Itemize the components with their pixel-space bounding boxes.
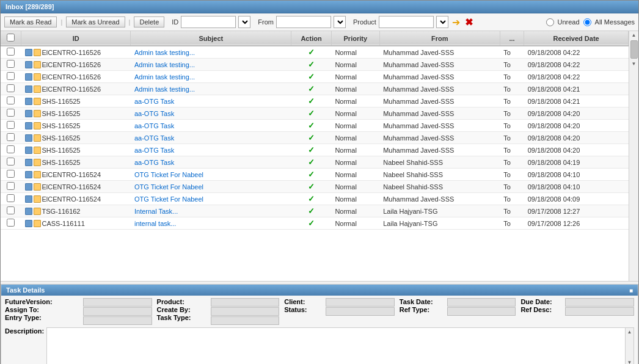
description-scrollbar[interactable]: ▲ ▼ xyxy=(625,328,634,364)
row-id-link[interactable]: TSG-116162 xyxy=(42,208,81,215)
row-checkbox[interactable] xyxy=(7,158,15,166)
row-subject-link[interactable]: aa-OTG Task xyxy=(134,147,174,154)
row-checkbox[interactable] xyxy=(7,96,15,104)
mark-unread-button[interactable]: Mark as Unread xyxy=(66,16,125,27)
scroll-thumb[interactable] xyxy=(630,40,638,59)
row-subject-link[interactable]: aa-OTG Task xyxy=(134,98,174,105)
id-input[interactable] xyxy=(181,16,236,28)
row-id-link[interactable]: CASS-116111 xyxy=(42,220,85,227)
mark-read-button[interactable]: Mark as Read xyxy=(4,16,57,27)
id-dropdown[interactable] xyxy=(238,16,250,28)
row-id-link[interactable]: SHS-116525 xyxy=(42,147,81,154)
row-id-link[interactable]: SHS-116525 xyxy=(42,122,81,129)
note-icon xyxy=(34,195,41,203)
row-direction: To xyxy=(500,156,524,169)
unread-radio[interactable] xyxy=(546,18,554,26)
row-id-link[interactable]: SHS-116525 xyxy=(42,98,81,105)
row-id-link[interactable]: ElCENTRO-116526 xyxy=(42,61,101,68)
row-subject-link[interactable]: Admin task testing... xyxy=(134,49,195,56)
row-subject-link[interactable]: aa-OTG Task xyxy=(134,122,174,129)
task-icon xyxy=(25,147,32,154)
delete-button[interactable]: Delete xyxy=(134,16,164,27)
row-priority: Normal xyxy=(331,59,379,71)
row-checkbox[interactable] xyxy=(7,145,15,153)
row-id-link[interactable]: ElCENTRO-116524 xyxy=(42,183,101,191)
row-date: 09/18/2008 04:19 xyxy=(524,156,629,169)
row-subject-link[interactable]: aa-OTG Task xyxy=(134,110,174,117)
note-icon xyxy=(34,183,41,191)
table-row: SHS-116525 aa-OTG Task✓NormalMuhammad Ja… xyxy=(1,107,629,120)
row-priority: Normal xyxy=(331,132,379,144)
row-subject-link[interactable]: OTG Ticket For Nabeel xyxy=(134,183,203,191)
row-subject-link[interactable]: Admin task testing... xyxy=(134,86,195,93)
row-checkbox[interactable] xyxy=(7,121,15,129)
row-subject-link[interactable]: internal task... xyxy=(134,220,176,227)
row-id-link[interactable]: ElCENTRO-116524 xyxy=(42,171,101,178)
from-dropdown[interactable] xyxy=(334,16,346,28)
row-id-link[interactable]: SHS-116525 xyxy=(42,134,81,142)
row-checkbox[interactable] xyxy=(7,60,15,68)
product-label: Product xyxy=(353,18,376,26)
row-icon-group: ElCENTRO-116526 xyxy=(25,49,127,56)
product-value xyxy=(211,298,280,307)
row-checkbox[interactable] xyxy=(7,219,15,227)
close-icon[interactable]: ■ xyxy=(629,287,633,294)
row-id-link[interactable]: ElCENTRO-116526 xyxy=(42,73,101,81)
row-subject-link[interactable]: OTG Ticket For Nabeel xyxy=(134,171,203,178)
row-subject-link[interactable]: aa-OTG Task xyxy=(134,159,174,166)
row-checkbox[interactable] xyxy=(7,133,15,141)
row-checkbox[interactable] xyxy=(7,48,15,56)
row-checkbox[interactable] xyxy=(7,182,15,190)
row-subject-link[interactable]: Internal Task... xyxy=(134,208,178,215)
select-all-checkbox[interactable] xyxy=(7,34,15,42)
row-id-link[interactable]: ElCENTRO-116526 xyxy=(42,49,101,56)
client-label: Client: xyxy=(284,298,321,305)
row-checkbox[interactable] xyxy=(7,170,15,178)
row-priority: Normal xyxy=(331,120,379,132)
note-icon xyxy=(34,159,41,166)
row-subject-link[interactable]: Admin task testing... xyxy=(134,61,195,68)
note-icon xyxy=(34,49,41,56)
all-messages-radio[interactable] xyxy=(583,18,591,26)
row-checkbox[interactable] xyxy=(7,206,15,214)
row-checkbox[interactable] xyxy=(7,194,15,202)
ref-type-label: Ref Type: xyxy=(400,306,442,313)
note-icon xyxy=(34,147,41,154)
row-subject-link[interactable]: aa-OTG Task xyxy=(134,134,174,142)
all-messages-label: All Messages xyxy=(595,18,635,26)
row-date: 09/18/2008 04:22 xyxy=(524,71,629,83)
row-checkbox[interactable] xyxy=(7,109,15,117)
row-date: 09/18/2008 04:10 xyxy=(524,169,629,181)
table-scrollbar[interactable]: ▲ ▼ xyxy=(629,31,638,281)
cancel-search-icon[interactable]: ✖ xyxy=(465,16,473,28)
scroll-up-arrow[interactable]: ▲ xyxy=(629,31,638,39)
row-id-link[interactable]: SHS-116525 xyxy=(42,159,81,166)
product-dropdown[interactable] xyxy=(436,16,448,28)
task-icon xyxy=(25,86,32,93)
row-icon-group: ElCENTRO-116526 xyxy=(25,86,127,93)
row-id-link[interactable]: SHS-116525 xyxy=(42,110,81,117)
row-priority: Normal xyxy=(331,95,379,107)
task-date-label: Task Date: xyxy=(400,298,442,305)
row-from: Muhammad Javed-SSS xyxy=(379,71,500,83)
product-input[interactable] xyxy=(379,16,434,28)
scroll-down-arrow[interactable]: ▼ xyxy=(629,60,638,68)
row-icon-group: CASS-116111 xyxy=(25,220,127,227)
col-ellipsis: ... xyxy=(500,31,524,46)
row-checkbox[interactable] xyxy=(7,72,15,80)
row-subject-link[interactable]: OTG Ticket For Nabeel xyxy=(134,195,203,203)
row-checkbox[interactable] xyxy=(7,84,15,92)
row-id-link[interactable]: ElCENTRO-116524 xyxy=(42,195,101,203)
task-icon xyxy=(25,110,32,117)
note-icon xyxy=(34,122,41,129)
col-subject: Subject xyxy=(131,31,291,46)
row-id-link[interactable]: ElCENTRO-116526 xyxy=(42,86,101,93)
action-check-icon: ✓ xyxy=(308,158,315,167)
desc-scroll-up[interactable]: ▲ xyxy=(626,328,634,336)
row-subject-link[interactable]: Admin task testing... xyxy=(134,73,195,81)
from-input[interactable] xyxy=(276,16,331,28)
row-priority: Normal xyxy=(331,205,379,217)
desc-scroll-down[interactable]: ▼ xyxy=(626,359,634,364)
search-arrow-icon[interactable]: ➔ xyxy=(452,16,460,28)
status-value xyxy=(326,307,395,316)
